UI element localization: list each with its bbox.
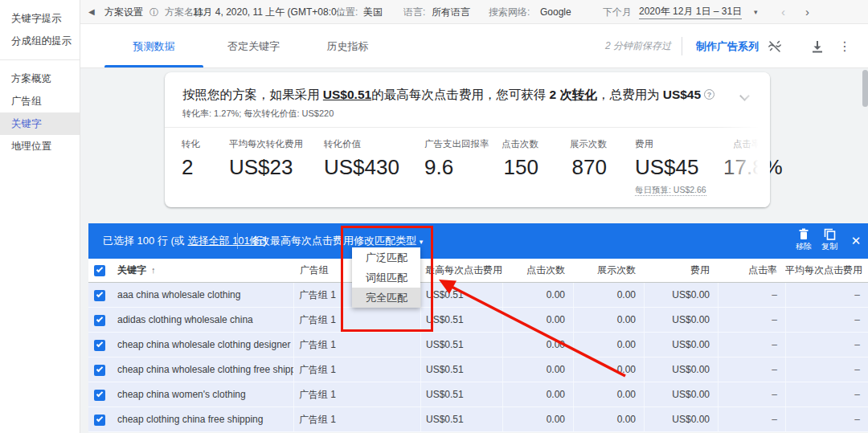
cost-cell: US$0.00 (644, 283, 718, 307)
impressions-cell: 0.00 (573, 357, 644, 382)
divider (165, 127, 770, 128)
column-header-impressions[interactable]: 展示次数 (573, 263, 644, 277)
sidebar-item-keyword-ideas[interactable]: 关键字提示 (0, 7, 80, 30)
ad-group-cell: 广告组 1 (293, 333, 420, 357)
metric-value: 2 (182, 155, 200, 180)
cost-cell: US$0.00 (644, 407, 718, 431)
back-arrow-icon[interactable]: ◀ (88, 0, 95, 24)
impressions-cell: 0.00 (573, 333, 644, 357)
column-header-ctr[interactable]: 点击率 (718, 263, 785, 277)
column-header-cost[interactable]: 费用 (644, 263, 718, 277)
tab-historical-metrics[interactable]: 历史指标 (309, 24, 386, 68)
period-label: 下个月 (603, 0, 632, 24)
max-cpc-cell[interactable]: US$0.51 (420, 382, 502, 406)
plan-settings-label[interactable]: 方案设置 (104, 0, 143, 24)
plan-name-value[interactable]: 11月 4, 2020, 11 上午 (GMT+08:0... (193, 0, 345, 24)
cost-cell: US$0.00 (644, 382, 718, 406)
metric-value: 150 (474, 155, 538, 180)
daily-budget-note[interactable]: 每日预算: US$2.66 (635, 185, 706, 196)
row-checkbox[interactable] (94, 390, 105, 401)
headline-conversion-link[interactable]: 转化 (572, 88, 597, 101)
row-checkbox[interactable] (94, 340, 105, 351)
language-label: 语言: (403, 0, 425, 24)
prev-period-chevron-icon[interactable]: ‹ (781, 0, 785, 24)
table-row[interactable]: cheap clothing china free shipping 广告组 1… (88, 407, 868, 432)
keyword-cell: cheap china wholesale clothing free ship… (113, 357, 293, 382)
info-icon[interactable]: ⓘ (149, 0, 158, 24)
headline-cost-value: US$45 (663, 88, 701, 101)
network-value[interactable]: Google (540, 0, 571, 24)
column-header-clicks[interactable]: 点击次数 (502, 263, 573, 277)
help-icon[interactable]: ? (704, 89, 714, 100)
sidebar-divider (0, 59, 80, 60)
table-row[interactable]: adidas clothing wholesale china 广告组 1 US… (88, 308, 868, 333)
row-checkbox[interactable] (94, 315, 105, 326)
download-icon[interactable] (810, 39, 825, 54)
max-cpc-cell[interactable]: US$0.51 (420, 308, 502, 332)
max-cpc-cell[interactable]: US$0.51 (420, 357, 502, 382)
tab-negative-keywords[interactable]: 否定关键字 (203, 24, 304, 68)
headline-cpc-value[interactable]: US$0.51 (323, 88, 371, 101)
menu-item-exact-match[interactable]: 完全匹配 (352, 288, 420, 308)
column-header-keyword[interactable]: 关键字↑ (113, 263, 293, 277)
avg-cpc-cell: – (785, 357, 868, 382)
avg-cpc-cell: – (785, 308, 868, 332)
table-row[interactable]: cheap china wholesale clothing designer … (88, 333, 868, 357)
clicks-cell: 0.00 (502, 407, 573, 431)
headline-conversion-count: 2 次 (549, 88, 571, 101)
selection-count-text: 已选择 100 行 (或 选择全部 101 行) (103, 223, 267, 259)
row-checkbox[interactable] (94, 415, 105, 426)
menu-item-phrase-match[interactable]: 词组匹配 (352, 268, 420, 288)
sidebar-item-grouped-ideas[interactable]: 分成组的提示 (0, 30, 80, 52)
active-tab-underline (104, 65, 203, 67)
copy-button[interactable]: 复制 (816, 228, 843, 251)
location-value[interactable]: 美国 (363, 0, 383, 24)
max-cpc-cell[interactable]: US$0.51 (420, 333, 502, 357)
max-cpc-cell[interactable]: US$0.51 (420, 283, 502, 307)
metric-label: 费用 (635, 138, 706, 150)
next-period-chevron-icon[interactable]: › (805, 0, 809, 24)
clicks-cell: 0.00 (502, 382, 573, 406)
tab-forecast[interactable]: 预测数据 (104, 24, 203, 68)
row-checkbox[interactable] (94, 365, 105, 376)
keyword-cell: cheap china wholesale clothing designer (113, 333, 293, 357)
ctr-cell: – (718, 333, 785, 357)
create-campaign-button[interactable]: 制作广告系列 (696, 24, 759, 68)
avg-cpc-cell: – (785, 407, 868, 431)
keyword-planner-page: 关键字提示 分成组的提示 方案概览 广告组 关键字 地理位置 ◀ 方案设置 ⓘ … (0, 0, 868, 433)
selection-toolbar: 已选择 100 行 (或 选择全部 101 行) 修改最高每次点击费用 修改匹配… (88, 223, 868, 259)
table-body: aaa china wholesale clothing 广告组 1 US$0.… (88, 283, 868, 433)
sidebar-item-locations[interactable]: 地理位置 (0, 135, 80, 157)
table-row[interactable]: cheap china women's clothing 广告组 1 US$0.… (88, 382, 868, 407)
row-checkbox[interactable] (94, 290, 105, 301)
sidebar-nav: 关键字提示 分成组的提示 方案概览 广告组 关键字 地理位置 (0, 0, 80, 433)
select-all-checkbox[interactable] (88, 258, 113, 283)
max-cpc-cell[interactable]: US$0.51 (420, 407, 502, 431)
vertical-scrollbar-thumb[interactable] (862, 70, 868, 107)
remove-button[interactable]: 移除 (790, 228, 817, 251)
keyword-cell: cheap china women's clothing (113, 382, 293, 406)
metric-label: 转化 (182, 138, 200, 150)
table-row[interactable]: cheap china wholesale clothing free ship… (88, 357, 868, 382)
unlink-icon[interactable] (768, 39, 782, 54)
cost-cell: US$0.00 (644, 308, 718, 332)
language-value[interactable]: 所有语言 (432, 0, 470, 24)
date-caret-down-icon[interactable]: ▾ (754, 0, 758, 24)
column-header-avg-cpc[interactable]: 平均每次点击费用 (785, 263, 868, 277)
sidebar-item-keywords[interactable]: 关键字 (0, 112, 80, 135)
menu-item-broad-match[interactable]: 广泛匹配 (352, 247, 420, 268)
match-type-dropdown-menu: 广泛匹配 词组匹配 完全匹配 (352, 247, 420, 308)
more-options-kebab-icon[interactable]: ⋮ (837, 39, 852, 54)
plan-settings-bar: ◀ 方案设置 ⓘ 方案名称: 11月 4, 2020, 11 上午 (GMT+0… (80, 0, 868, 24)
date-range-selector[interactable]: 2020年 12月 1日 – 31日 (639, 5, 742, 19)
cost-cell: US$0.00 (644, 333, 718, 357)
clicks-cell: 0.00 (502, 308, 573, 332)
sidebar-item-plan-overview[interactable]: 方案概览 (0, 67, 80, 90)
edit-max-cpc-button[interactable]: 修改最高每次点击费用 (249, 223, 354, 259)
close-toolbar-icon[interactable]: ✕ (844, 223, 868, 259)
metric-conversions: 转化 2 (182, 138, 200, 180)
avg-cpc-cell: – (785, 382, 868, 406)
column-header-max-cpc[interactable]: 最高每次点击费用 (420, 263, 502, 277)
sidebar-item-ad-groups[interactable]: 广告组 (0, 90, 80, 112)
table-row[interactable]: aaa china wholesale clothing 广告组 1 US$0.… (88, 283, 868, 308)
